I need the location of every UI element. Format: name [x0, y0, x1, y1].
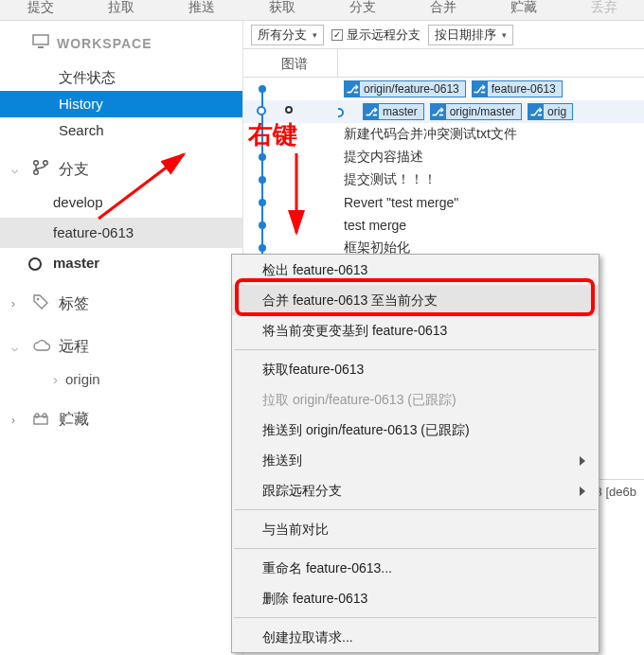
section-branches[interactable]: ⌵ 分支 [0, 144, 242, 187]
section-tags-label: 标签 [59, 294, 89, 314]
commit-msg: Revert "test merge" [338, 195, 644, 210]
context-menu: 检出 feature-0613 合并 feature-0613 至当前分支 将当… [231, 254, 599, 653]
commit-row[interactable]: ⎇origin/feature-0613 ⎇feature-0613 [243, 78, 644, 100]
tb-discard[interactable]: 丢弃 [564, 0, 644, 20]
stash-icon [32, 412, 51, 429]
svg-point-2 [34, 161, 39, 166]
chevron-down-icon: ▾ [313, 30, 317, 40]
chevron-down-icon: ⌵ [11, 341, 25, 354]
svg-rect-1 [38, 46, 44, 48]
sort-label: 按日期排序 [435, 27, 496, 44]
section-stashes[interactable]: › 贮藏 [0, 395, 242, 437]
branch-develop[interactable]: develop [0, 187, 242, 218]
ctx-rebase[interactable]: 将当前变更变基到 feature-0613 [232, 315, 599, 345]
chevron-down-icon: ⌵ [11, 163, 25, 176]
chevron-right-icon: › [11, 297, 25, 310]
section-remotes[interactable]: ⌵ 远程 [0, 322, 242, 364]
branch-feature-0613[interactable]: feature-0613 [0, 218, 242, 248]
commit-msg: test merge [338, 218, 644, 233]
ctx-delete[interactable]: 删除 feature-0613 [232, 583, 599, 613]
commit-msg: 提交内容描述 [338, 149, 644, 166]
ctx-separator [234, 617, 597, 618]
commit-rows: ⎇origin/feature-0613 ⎇feature-0613 ⎇mast… [243, 78, 644, 282]
filter-branch-label: 所有分支 [258, 27, 307, 44]
nav-file-state[interactable]: 文件状态 [0, 64, 242, 91]
ctx-checkout[interactable]: 检出 feature-0613 [232, 255, 599, 285]
svg-point-8 [43, 414, 46, 417]
commit-row[interactable]: 提交测试！！！ [243, 168, 644, 191]
graph-header: 图谱 [243, 49, 644, 78]
ref-tag-label: master [383, 105, 423, 118]
commit-msg: 提交测试！！！ [338, 171, 644, 188]
ctx-separator [234, 548, 597, 549]
tag-icon [32, 293, 51, 314]
ctx-track[interactable]: 跟踪远程分支 [232, 475, 599, 505]
chevron-down-icon: ▾ [502, 30, 507, 40]
graph-col-desc[interactable] [338, 49, 644, 77]
local-branch-icon: ⎇ [473, 81, 488, 97]
nav-search[interactable]: Search [0, 117, 242, 144]
ref-tag-origin-feature[interactable]: ⎇origin/feature-0613 [344, 80, 466, 97]
svg-point-7 [35, 414, 39, 417]
graph-col-graph[interactable]: 图谱 [243, 49, 338, 77]
ref-tag-label: origin/feature-0613 [364, 82, 465, 96]
top-toolbar: 提交 拉取 推送 获取 分支 合并 贮藏 丢弃 [0, 0, 644, 21]
ctx-separator [234, 509, 597, 510]
branch-master[interactable]: master [0, 248, 242, 278]
ctx-rename[interactable]: 重命名 feature-0613... [232, 553, 599, 583]
ctx-fetch[interactable]: 获取feature-0613 [232, 354, 599, 384]
tb-commit[interactable]: 提交 [0, 0, 80, 20]
commit-row[interactable]: test merge [243, 214, 644, 237]
ctx-push-to[interactable]: 推送到 origin/feature-0613 (已跟踪) [232, 415, 599, 445]
commit-row-current[interactable]: ⎇master ⎇origin/master ⎇orig [243, 100, 644, 123]
branch-icon [32, 159, 51, 180]
ref-tag-label: origin/master [450, 105, 521, 118]
tb-merge[interactable]: 合并 [402, 0, 483, 20]
ctx-pr[interactable]: 创建拉取请求... [232, 622, 599, 652]
ctx-merge[interactable]: 合并 feature-0613 至当前分支 [232, 285, 599, 315]
chevron-right-icon: › [11, 414, 25, 427]
ctx-separator [234, 349, 597, 350]
section-tags[interactable]: › 标签 [0, 278, 242, 322]
tb-fetch[interactable]: 获取 [242, 0, 322, 20]
svg-rect-0 [33, 35, 48, 44]
svg-point-3 [34, 170, 39, 175]
commit-row[interactable]: 新建代码合并冲突测试txt文件 [243, 123, 644, 146]
workspace-header: WORKSPACE [0, 21, 242, 64]
filters-bar: 所有分支▾ ✓ 显示远程分支 按日期排序▾ [243, 21, 644, 49]
commit-msg: 新建代码合并冲突测试txt文件 [338, 126, 644, 143]
commit-row[interactable]: 提交内容描述 [243, 146, 644, 168]
remote-branch-icon: ⎇ [431, 104, 446, 119]
ref-tag-orig[interactable]: ⎇orig [528, 103, 573, 120]
tb-stash[interactable]: 贮藏 [483, 0, 564, 20]
ctx-push-submenu[interactable]: 推送到 [232, 445, 599, 475]
tb-push[interactable]: 推送 [161, 0, 242, 20]
monitor-icon [32, 34, 49, 53]
section-branches-label: 分支 [59, 160, 89, 180]
svg-point-5 [37, 298, 40, 301]
ref-tag-label: orig [547, 105, 572, 118]
sidebar: WORKSPACE 文件状态 History Search ⌵ 分支 devel… [0, 21, 243, 655]
remote-origin[interactable]: ›origin [0, 364, 242, 395]
head-indicator-icon [338, 108, 344, 117]
tb-pull[interactable]: 拉取 [80, 0, 161, 20]
show-remote-checkbox[interactable]: ✓ 显示远程分支 [331, 27, 420, 44]
remote-origin-label: origin [65, 371, 100, 387]
tb-branch[interactable]: 分支 [322, 0, 402, 20]
section-stashes-label: 贮藏 [59, 410, 89, 430]
ctx-diff[interactable]: 与当前对比 [232, 514, 599, 544]
ref-tag-master[interactable]: ⎇master [363, 103, 424, 120]
show-remote-label: 显示远程分支 [347, 27, 420, 44]
local-branch-icon: ⎇ [364, 104, 379, 119]
section-remotes-label: 远程 [59, 337, 89, 357]
ref-tag-origin-master[interactable]: ⎇origin/master [430, 103, 522, 120]
filter-branch-combo[interactable]: 所有分支▾ [251, 25, 324, 45]
sort-combo[interactable]: 按日期排序▾ [428, 25, 513, 45]
commit-row[interactable]: Revert "test merge" [243, 191, 644, 214]
chevron-right-icon: › [53, 371, 58, 387]
remote-branch-icon: ⎇ [345, 81, 360, 97]
checkbox-icon: ✓ [331, 29, 343, 41]
ref-tag-feature[interactable]: ⎇feature-0613 [472, 80, 563, 97]
remote-branch-icon: ⎇ [528, 104, 544, 119]
nav-history[interactable]: History [0, 91, 242, 117]
